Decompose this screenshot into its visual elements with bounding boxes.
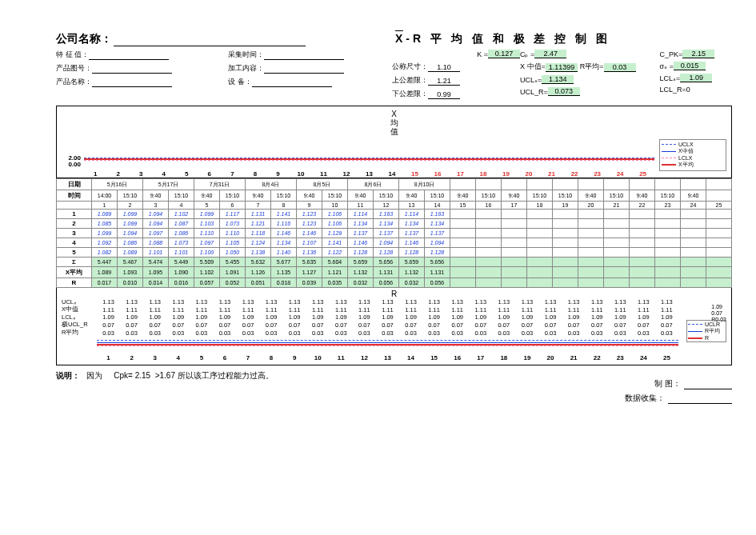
table-cell: 15:10 — [374, 190, 399, 202]
x-tick: 20 — [518, 170, 541, 178]
x-tick: 7 — [221, 170, 244, 178]
table-cell — [604, 267, 630, 278]
r-cell: 1.11 — [422, 306, 446, 313]
table-cell: 1.114 — [399, 210, 425, 219]
table-cell: 21 — [604, 202, 630, 210]
table-cell: 1.102 — [169, 210, 194, 219]
feature-input[interactable] — [89, 59, 169, 60]
r-cell: 1.09 — [562, 313, 586, 321]
r-cell: 1.09 — [143, 313, 166, 321]
productno-input[interactable] — [92, 73, 172, 74]
table-cell: 0.016 — [169, 278, 194, 288]
lsl-value[interactable]: 0.99 — [428, 90, 460, 99]
table-cell — [553, 248, 578, 258]
sig1-input[interactable] — [684, 389, 732, 389]
table-cell — [502, 267, 527, 278]
x-tick: 23 — [586, 170, 609, 178]
r-x-tick: 13 — [376, 354, 399, 361]
x-tick: 19 — [494, 170, 518, 178]
table-cell: 16 — [476, 202, 502, 210]
table-cell: 1.138 — [246, 248, 271, 258]
r-cell: 0.07 — [446, 321, 469, 329]
company-input-line[interactable] — [114, 46, 306, 46]
table-cell: 12 — [374, 202, 399, 210]
r-cell: 0.07 — [97, 321, 120, 329]
productname-input[interactable] — [92, 86, 172, 87]
r-cell: 0.07 — [283, 321, 306, 329]
r-cell: 1.09 — [166, 313, 190, 321]
table-cell: 0.032 — [399, 278, 425, 288]
note-label: 说明： — [56, 371, 80, 380]
r-cell: 1.11 — [143, 306, 166, 313]
table-cell — [578, 267, 604, 278]
table-cell: 1.137 — [425, 229, 450, 238]
process-input[interactable] — [264, 73, 344, 74]
table-cell: 0.018 — [271, 278, 297, 288]
r-x-tick: 5 — [190, 354, 213, 361]
table-cell — [655, 229, 681, 238]
sig2-label: 数据收集： — [625, 393, 665, 404]
table-cell: 5.656 — [425, 258, 450, 267]
table-cell: 5月17日 — [143, 179, 194, 190]
table-cell: 1.122 — [322, 248, 348, 258]
sampletime-input[interactable] — [264, 59, 344, 60]
table-cell — [450, 258, 476, 267]
r-cell: 0.03 — [120, 329, 143, 337]
r-cell: 1.11 — [515, 306, 538, 313]
equipment-input[interactable] — [252, 86, 332, 87]
table-cell: 1.114 — [348, 210, 374, 219]
table-cell: 1.092 — [92, 238, 118, 248]
r-cell: 1.11 — [330, 306, 353, 313]
feature-label: 特 征 值： — [56, 50, 89, 60]
header: 公司名称： X-R 平 均 值 和 极 差 控 制 图 — [56, 32, 732, 46]
table-cell — [527, 248, 553, 258]
r-cell: 1.09 — [330, 313, 353, 321]
table-cell: 9:40 — [502, 190, 527, 202]
x-tick: 9 — [266, 170, 290, 178]
table-cell: 1.099 — [92, 229, 118, 238]
table-cell: 1.146 — [271, 229, 297, 238]
table-cell — [450, 219, 476, 229]
table-cell — [706, 278, 732, 288]
nominal-label: 公称尺寸： — [392, 62, 428, 72]
table-cell: 5.449 — [169, 258, 194, 267]
table-row: 日期5月16日5月17日7月31日8月4日8月5日8月6日8月10日 — [57, 179, 732, 190]
r-cell: 0.07 — [469, 321, 492, 329]
nominal-value[interactable]: 1.10 — [428, 63, 460, 72]
r-row-header: UCLₓ — [62, 298, 97, 305]
note-tail: >1.67 所以该工序过程能力过高。 — [155, 371, 274, 380]
r-cell: 1.13 — [236, 298, 259, 305]
r-cell: 0.07 — [515, 321, 538, 329]
table-cell — [502, 238, 527, 248]
table-cell — [476, 238, 502, 248]
usl-value[interactable]: 1.21 — [428, 77, 460, 86]
table-cell — [604, 179, 630, 190]
sig2-input[interactable] — [668, 403, 732, 404]
table-cell — [476, 258, 502, 267]
table-cell: 9:40 — [348, 190, 374, 202]
table-cell — [706, 238, 732, 248]
table-cell: 1.094 — [143, 210, 169, 219]
table-cell: 1.091 — [220, 267, 246, 278]
lsl-label: 下公差限： — [392, 89, 428, 99]
r-cell: 0.07 — [143, 321, 166, 329]
r-cell: 1.13 — [190, 298, 213, 305]
table-cell: 15:10 — [476, 190, 502, 202]
table-cell — [630, 219, 655, 229]
table-cell: 0.017 — [92, 278, 118, 288]
table-cell — [681, 267, 706, 278]
r-cell: 1.11 — [213, 306, 236, 313]
lclr-label: LCL_R=0 — [660, 86, 690, 94]
r-cell: 1.13 — [353, 298, 376, 305]
table-cell: 1.106 — [322, 210, 348, 219]
r-cell: 1.09 — [446, 313, 469, 321]
r-cell: 0.07 — [353, 321, 376, 329]
table-cell — [578, 238, 604, 248]
table-cell — [604, 278, 630, 288]
table-cell — [604, 210, 630, 219]
x-tick: 25 — [631, 170, 654, 178]
row-header: 5 — [57, 248, 92, 258]
r-cell: 0.03 — [492, 329, 515, 337]
r-cell: 1.11 — [609, 306, 632, 313]
r-chart-xaxis: 1234567891011121314151617181920212223242… — [97, 354, 678, 361]
